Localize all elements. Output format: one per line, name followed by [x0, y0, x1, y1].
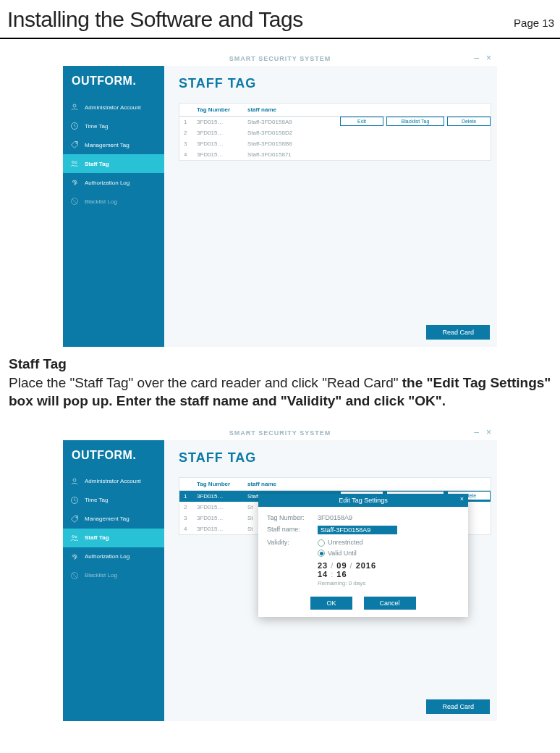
sidebar-item-label: Authorization Log — [85, 180, 130, 186]
label-tag-number: Tag Number: — [267, 514, 313, 521]
tag-icon — [70, 515, 79, 523]
read-card-button[interactable]: Read Card — [426, 699, 490, 714]
doc-header: Installing the Software and Tags Page 13 — [0, 0, 560, 39]
window-title: SMART SECURITY SYSTEM — [229, 429, 331, 437]
radio-icon — [318, 550, 325, 557]
user-icon — [70, 477, 79, 486]
col-tag-number: Tag Number — [192, 478, 243, 490]
sidebar: OUTFORM. Administrator Account Time Tag … — [63, 440, 164, 721]
doc-paragraph: Place the "Staff Tag" over the card read… — [9, 375, 402, 390]
window-title: SMART SECURITY SYSTEM — [229, 55, 331, 62]
valid-until-date[interactable]: 23/09/2016 — [318, 561, 459, 570]
svg-point-2 — [76, 143, 77, 144]
label-validity: Validity: — [267, 539, 313, 546]
svg-point-8 — [76, 517, 77, 518]
doc-body: Staff Tag Place the "Staff Tag" over the… — [0, 348, 560, 413]
window-minimize-icon[interactable]: – — [474, 427, 479, 437]
value-tag-number: 3FD0158A9 — [318, 514, 352, 521]
page-number: Page 13 — [514, 17, 554, 29]
svg-point-6 — [73, 479, 76, 481]
svg-point-0 — [73, 104, 76, 107]
sidebar-item-staff[interactable]: Staff Tag — [63, 154, 164, 173]
main-title: STAFF TAG — [179, 76, 491, 91]
brand-logo: OUTFORM. — [63, 70, 164, 98]
sidebar-item-management[interactable]: Management Tag — [63, 135, 164, 154]
brand-logo: OUTFORM. — [63, 445, 164, 472]
remaining-label: Remaining: 0 days — [318, 580, 459, 586]
table-row[interactable]: 1 3FD015… Staff-3FD0158A9 Edit Blacklist… — [179, 117, 491, 127]
col-staff-name: staff name — [243, 104, 491, 116]
window-minimize-icon[interactable]: – — [474, 53, 479, 63]
radio-valid-until[interactable]: Valid Until — [318, 550, 363, 558]
sidebar-item-time[interactable]: Time Tag — [63, 117, 164, 135]
sidebar-item-auth[interactable]: Authorization Log — [63, 547, 164, 566]
svg-point-3 — [72, 161, 75, 164]
sidebar-item-blacklist[interactable]: Blacklist Log — [63, 192, 164, 211]
screenshot-2: SMART SECURITY SYSTEM – × OUTFORM. Admin… — [62, 425, 498, 722]
user-icon — [70, 103, 79, 112]
sidebar-item-label: Staff Tag — [85, 161, 109, 167]
tag-icon — [70, 140, 79, 149]
edit-button[interactable]: Edit — [340, 117, 383, 126]
people-icon — [70, 534, 79, 542]
sidebar: OUTFORM. Administrator Account Time Tag … — [63, 66, 164, 347]
window-close-icon[interactable]: × — [486, 53, 491, 63]
page-title: Installing the Software and Tags — [7, 7, 303, 32]
cancel-button[interactable]: Cancel — [364, 597, 416, 610]
radio-icon — [318, 539, 325, 547]
staff-tag-table: Tag Number staff name 1 3FD015… Staff-3F… — [179, 103, 491, 161]
sidebar-item-management[interactable]: Management Tag — [63, 510, 164, 529]
col-tag-number: Tag Number — [192, 104, 243, 116]
fingerprint-icon — [70, 178, 79, 187]
clock-icon — [70, 496, 79, 505]
ban-icon — [70, 197, 79, 206]
sidebar-item-label: Management Tag — [85, 142, 130, 148]
sidebar-item-admin[interactable]: Administrator Account — [63, 98, 164, 117]
svg-point-4 — [75, 161, 77, 164]
clock-icon — [70, 122, 79, 130]
people-icon — [70, 159, 79, 168]
sidebar-item-admin[interactable]: Administrator Account — [63, 472, 164, 491]
sidebar-item-staff[interactable]: Staff Tag — [63, 529, 164, 547]
valid-until-time[interactable]: 14:16 — [318, 570, 459, 579]
read-card-button[interactable]: Read Card — [426, 325, 490, 340]
screenshot-1: SMART SECURITY SYSTEM – × OUTFORM. Admin… — [62, 51, 498, 348]
svg-point-10 — [75, 536, 77, 538]
main-title: STAFF TAG — [179, 450, 491, 466]
sidebar-item-time[interactable]: Time Tag — [63, 491, 164, 510]
ok-button[interactable]: OK — [310, 597, 352, 610]
section-heading: Staff Tag — [9, 355, 551, 374]
ban-icon — [70, 571, 79, 580]
window-close-icon[interactable]: × — [486, 427, 491, 437]
table-header-row: Tag Number staff name — [179, 478, 491, 491]
dialog-title: Edit Tag Settings × — [258, 494, 468, 507]
svg-point-9 — [72, 535, 75, 537]
col-staff-name: staff name — [243, 478, 491, 490]
sidebar-item-blacklist[interactable]: Blacklist Log — [63, 566, 164, 585]
main-panel: STAFF TAG Tag Number staff name 1 3FD015… — [164, 440, 497, 721]
table-row[interactable]: 4 3FD015… Staff-3FD015871 — [179, 149, 491, 160]
label-staff-name: Staff name: — [267, 526, 313, 533]
delete-button[interactable]: Delete — [447, 117, 491, 126]
table-row[interactable]: 3 3FD015… Staff-3FD0158B8 — [179, 138, 491, 149]
sidebar-item-label: Blacklist Log — [85, 198, 117, 205]
main-panel: STAFF TAG Tag Number staff name 1 3FD015… — [164, 66, 497, 347]
staff-name-input[interactable]: Staff-3FD0158A9 — [318, 526, 397, 534]
edit-tag-settings-dialog: Edit Tag Settings × Tag Number: 3FD0158A… — [258, 494, 468, 617]
dialog-close-icon[interactable]: × — [460, 495, 464, 502]
window-titlebar: SMART SECURITY SYSTEM – × — [63, 426, 497, 440]
table-header-row: Tag Number staff name — [179, 104, 491, 117]
table-row[interactable]: 2 3FD015… Staff-3FD0158D2 — [179, 127, 491, 138]
fingerprint-icon — [70, 552, 79, 561]
sidebar-item-auth[interactable]: Authorization Log — [63, 173, 164, 192]
blacklist-button[interactable]: Blacklist Tag — [386, 117, 444, 126]
radio-unrestricted[interactable]: Unrestricted — [318, 539, 363, 547]
sidebar-item-label: Administrator Account — [85, 104, 141, 111]
window-titlebar: SMART SECURITY SYSTEM – × — [63, 51, 497, 66]
sidebar-item-label: Time Tag — [85, 123, 108, 130]
